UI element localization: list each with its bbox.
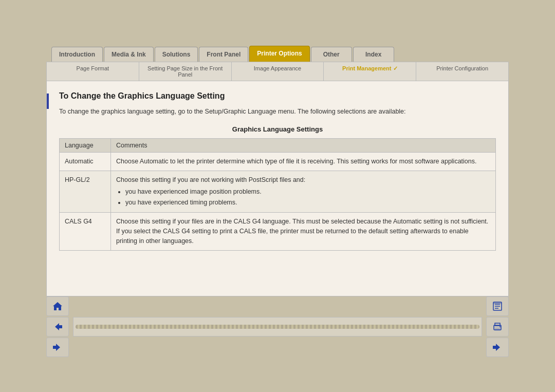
table-row: HP-GL/2Choose this setting if you are no… xyxy=(60,171,496,213)
main-content: To Change the Graphics Language Setting … xyxy=(46,81,509,296)
forward-right-button[interactable] xyxy=(486,338,509,357)
language-table: Language Comments AutomaticChoose Automa… xyxy=(59,138,496,250)
toc-button[interactable] xyxy=(486,296,509,316)
subtab-print-management[interactable]: Print Management ✓ xyxy=(324,62,416,81)
checkmark-icon: ✓ xyxy=(393,65,398,71)
scroll-track xyxy=(76,325,479,329)
bottom-nav xyxy=(46,296,509,357)
language-cell: Automatic xyxy=(60,153,111,171)
print-button[interactable] xyxy=(486,317,509,337)
bullet-item: you have experienced image position prob… xyxy=(125,187,490,197)
bullet-list: you have experienced image position prob… xyxy=(116,187,490,208)
tab-other[interactable]: Other xyxy=(311,47,352,62)
comments-cell: Choose Automatic to let the printer dete… xyxy=(111,153,496,171)
language-cell: HP-GL/2 xyxy=(60,171,111,213)
svg-rect-10 xyxy=(495,328,500,330)
bullet-item: you have experienced timing problems. xyxy=(125,198,490,208)
scrollbar-area[interactable] xyxy=(73,317,482,337)
col-header-language: Language xyxy=(60,139,111,153)
toc-icon xyxy=(492,301,503,312)
language-cell: CALS G4 xyxy=(60,213,111,250)
svg-marker-1 xyxy=(55,323,62,330)
col-header-comments: Comments xyxy=(111,139,496,153)
table-row: AutomaticChoose Automatic to let the pri… xyxy=(60,153,496,171)
intro-text: To change the graphics language setting,… xyxy=(59,107,496,117)
print-icon xyxy=(492,321,503,332)
tab-introduction[interactable]: Introduction xyxy=(51,47,103,62)
back-button[interactable] xyxy=(46,317,69,337)
svg-marker-12 xyxy=(493,344,500,351)
svg-marker-0 xyxy=(53,302,62,310)
svg-rect-7 xyxy=(493,302,502,304)
tab-front-panel[interactable]: Front Panel xyxy=(199,47,248,62)
tab-solutions[interactable]: Solutions xyxy=(155,47,198,62)
right-nav-buttons xyxy=(486,296,509,357)
tab-bar: Introduction Media & Ink Solutions Front… xyxy=(46,46,509,62)
forward-left-button[interactable] xyxy=(46,338,69,357)
left-accent xyxy=(47,94,49,109)
svg-rect-9 xyxy=(495,323,500,326)
table-row: CALS G4Choose this setting if your files… xyxy=(60,213,496,250)
subtab-printer-config[interactable]: Printer Configuration xyxy=(416,62,508,81)
svg-marker-2 xyxy=(53,344,60,351)
svg-point-11 xyxy=(499,326,501,327)
page-title: To Change the Graphics Language Setting xyxy=(59,91,496,101)
back-icon xyxy=(52,321,63,332)
subtab-image-appearance[interactable]: Image Appearance xyxy=(232,62,324,81)
left-nav-buttons xyxy=(46,296,69,357)
subtab-page-format[interactable]: Page Format xyxy=(47,62,139,81)
table-title: Graphics Language Settings xyxy=(59,125,496,133)
subtab-page-size[interactable]: Setting Page Size in the Front Panel xyxy=(139,62,232,81)
comments-cell: Choose this setting if you are not worki… xyxy=(111,171,496,213)
tab-printer-options[interactable]: Printer Options xyxy=(249,46,309,62)
tab-index[interactable]: Index xyxy=(353,47,394,62)
next-icon xyxy=(492,342,503,353)
home-icon xyxy=(52,301,63,312)
arrow-right-icon xyxy=(52,342,63,353)
home-button[interactable] xyxy=(46,296,69,316)
subtab-bar: Page Format Setting Page Size in the Fro… xyxy=(46,62,509,81)
comments-cell: Choose this setting if your files are in… xyxy=(111,213,496,250)
tab-media-ink[interactable]: Media & Ink xyxy=(104,47,154,62)
